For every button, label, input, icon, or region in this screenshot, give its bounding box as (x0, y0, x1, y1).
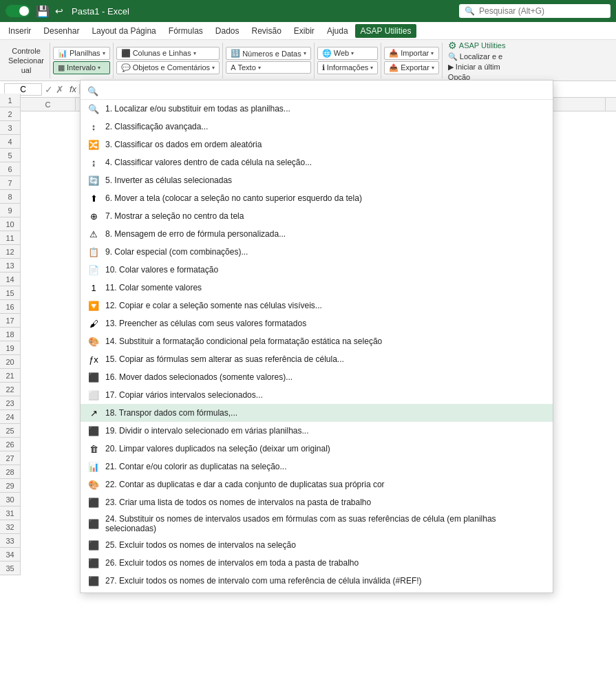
iniciar-btn[interactable]: ▶ Iniciar a últim (448, 63, 506, 72)
dropdown-item-16[interactable]: ⬛16. Mover dados selecionados (somente v… (81, 368, 553, 386)
ribbon: Controle Selecionar ual 📊 Planilhas ▾ ▦ … (0, 40, 616, 81)
menu-item-revisao[interactable]: Revisão (246, 24, 287, 38)
row-num-32: 32 (0, 520, 20, 534)
asap-utilities-btn[interactable]: ⚙ ASAP Utilities (448, 40, 506, 51)
dropdown-item-7[interactable]: ⊕7. Mostrar a seleção no centro da tela (81, 207, 553, 225)
dropdown-item-26[interactable]: ⬛26. Excluir todos os nomes de intervalo… (81, 554, 553, 572)
colunas-label: Colunas e Linhas (133, 49, 191, 57)
row-num-29: 29 (0, 479, 20, 493)
intervalo-chevron: ▾ (98, 65, 100, 71)
col-header-c[interactable]: C (21, 98, 76, 111)
row-num-17: 17 (0, 314, 20, 328)
dropdown-item-18[interactable]: ↗18. Transpor dados com fórmulas,... (81, 404, 553, 422)
menu-item-asap[interactable]: ASAP Utilities (355, 24, 417, 38)
dropdown-item-3[interactable]: 🔀3. Classificar os dados em ordem aleató… (81, 136, 553, 153)
dropdown-item-icon-1: 🔍 (87, 103, 100, 115)
informacoes-dropdown[interactable]: ℹ Informações ▾ (317, 61, 379, 74)
dropdown-item-24[interactable]: ⬛24. Substituir os nomes de intervalos u… (81, 511, 553, 536)
exportar-dropdown[interactable]: 📤 Exportar ▾ (384, 61, 439, 74)
menu-item-inserir[interactable]: Inserir (3, 24, 36, 38)
dropdown-item-2[interactable]: ↕2. Classificação avançada... (81, 118, 553, 136)
objetos-chevron: ▾ (212, 65, 215, 71)
dropdown-item-icon-7: ⊕ (87, 210, 100, 222)
row-num-10: 10 (0, 217, 20, 231)
dropdown-item-17[interactable]: ⬜17. Copiar vários intervalos selecionad… (81, 386, 553, 404)
dropdown-item-text-18: 18. Transpor dados com fórmulas,... (105, 408, 237, 418)
planilhas-dropdown[interactable]: 📊 Planilhas ▾ (53, 47, 110, 60)
menu-item-exibir[interactable]: Exibir (288, 24, 320, 38)
dropdown-item-text-19: 19. Dividir o intervalo selecionado em v… (105, 426, 308, 436)
menu-item-formulas[interactable]: Fórmulas (163, 24, 209, 38)
dropdown-item-21[interactable]: 📊21. Contar e/ou colorir as duplicatas n… (81, 458, 553, 476)
dropdown-item-11[interactable]: 111. Colar somente valores (81, 279, 553, 297)
dropdown-item-icon-14: 🎨 (87, 335, 100, 348)
ual-btn[interactable]: ual (21, 66, 32, 74)
menu-item-desenhar[interactable]: Desenhar (38, 24, 85, 38)
dropdown-item-10[interactable]: 📄10. Colar valores e formatação (81, 261, 553, 279)
intervalo-label: Intervalo (67, 63, 96, 72)
dropdown-item-text-15: 15. Copiar as fórmulas sem alterar as su… (105, 354, 344, 364)
dropdown-item-6[interactable]: ⬆6. Mover a tela (colocar a seleção no c… (81, 189, 553, 207)
toggle-switch[interactable] (6, 5, 30, 17)
dropdown-item-icon-20: 🗑 (87, 442, 100, 455)
menu-item-ajuda[interactable]: Ajuda (321, 24, 354, 38)
dropdown-item-icon-25: ⬛ (87, 539, 100, 551)
colunas-dropdown[interactable]: ⬛ Colunas e Linhas ▾ (116, 47, 220, 60)
row-num-4: 4 (0, 135, 20, 149)
save-icon[interactable]: 💾 (36, 5, 50, 18)
dropdown-item-text-17: 17. Copiar vários intervalos selecionado… (105, 390, 263, 400)
dropdown-item-15[interactable]: ƒx15. Copiar as fórmulas sem alterar as … (81, 350, 553, 368)
dropdown-item-4[interactable]: ↨4. Classificar valores dentro de cada c… (81, 153, 553, 171)
dropdown-item-9[interactable]: 📋9. Colar especial (com combinações)... (81, 243, 553, 261)
dropdown-item-text-22: 22. Contar as duplicatas e dar a cada co… (105, 480, 385, 489)
ribbon-group-planilhas: 📊 Planilhas ▾ ▦ Intervalo ▾ (50, 43, 114, 78)
left-controls: Controle Selecionar ual (3, 43, 50, 78)
ribbon-group-numeros: 🔢 Números e Datas ▾ A Texto ▾ (223, 43, 315, 78)
undo-icon[interactable]: ↩ (55, 6, 63, 17)
localizar-btn[interactable]: 🔍 Localizar e e (448, 52, 506, 61)
dropdown-item-text-10: 10. Colar valores e formatação (105, 265, 218, 275)
texto-dropdown[interactable]: A Texto ▾ (226, 61, 311, 74)
numeros-dropdown[interactable]: 🔢 Números e Datas ▾ (226, 47, 311, 60)
dropdown-item-23[interactable]: ⬛23. Criar uma lista de todos os nomes d… (81, 493, 553, 511)
dropdown-search-row: 🔍 (81, 83, 553, 100)
dropdown-search-input[interactable] (103, 87, 546, 96)
intervalo-dropdown[interactable]: ▦ Intervalo ▾ (53, 61, 110, 74)
dropdown-item-text-8: 8. Mensagem de erro de fórmula personali… (105, 229, 286, 239)
row-num-2: 2 (0, 107, 20, 121)
importar-dropdown[interactable]: 📥 Importar ▾ (384, 47, 439, 60)
controle-btn[interactable]: Controle (12, 47, 41, 55)
row-num-7: 7 (0, 176, 20, 190)
dropdown-item-22[interactable]: 🎨22. Contar as duplicatas e dar a cada c… (81, 476, 553, 493)
menu-item-dados[interactable]: Dados (210, 24, 245, 38)
dropdown-item-5[interactable]: 🔄5. Inverter as células selecionadas (81, 171, 553, 189)
dropdown-item-27[interactable]: ⬛27. Excluir todos os nomes de intervalo… (81, 572, 553, 590)
dropdown-search-icon: 🔍 (87, 86, 98, 96)
dropdown-item-19[interactable]: ⬛19. Dividir o intervalo selecionado em … (81, 422, 553, 440)
dropdown-item-text-16: 16. Mover dados selecionados (somente va… (105, 372, 293, 382)
formula-cancel: ✗ (56, 84, 64, 95)
dropdown-item-icon-18: ↗ (87, 407, 100, 419)
row-num-19: 19 (0, 341, 20, 355)
web-dropdown[interactable]: 🌐 Web ▾ (317, 47, 379, 60)
importar-icon: 📥 (389, 49, 399, 58)
search-box[interactable]: 🔍 (459, 4, 610, 18)
dropdown-item-13[interactable]: 🖌13. Preencher as células com seus valor… (81, 314, 553, 332)
dropdown-item-text-21: 21. Contar e/ou colorir as duplicatas na… (105, 462, 286, 471)
formula-separator: ✓ (45, 84, 53, 95)
dropdown-item-12[interactable]: 🔽12. Copiar e colar a seleção somente na… (81, 297, 553, 314)
dropdown-item-1[interactable]: 🔍1. Localizar e/ou substituir em todas a… (81, 100, 553, 118)
dropdown-item-icon-6: ⬆ (87, 192, 100, 204)
selecionar-btn[interactable]: Selecionar (8, 56, 44, 65)
row-num-12: 12 (0, 245, 20, 259)
menu-item-layout[interactable]: Layout da Página (86, 24, 161, 38)
dropdown-item-25[interactable]: ⬛25. Excluir todos os nomes de intervalo… (81, 536, 553, 554)
dropdown-item-20[interactable]: 🗑20. Limpar valores duplicados na seleçã… (81, 440, 553, 458)
objetos-dropdown[interactable]: 💬 Objetos e Comentários ▾ (116, 61, 220, 74)
dropdown-item-icon-17: ⬜ (87, 389, 100, 401)
numeros-chevron: ▾ (304, 50, 306, 56)
dropdown-item-8[interactable]: ⚠8. Mensagem de erro de fórmula personal… (81, 225, 553, 243)
informacoes-chevron: ▾ (370, 65, 373, 71)
dropdown-item-14[interactable]: 🎨14. Substituir a formatação condicional… (81, 332, 553, 350)
search-input[interactable] (479, 6, 605, 16)
